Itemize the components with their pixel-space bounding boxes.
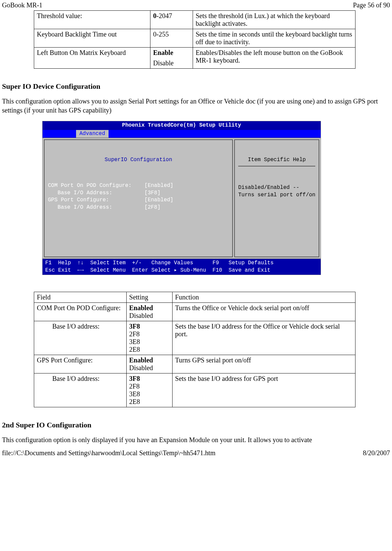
field-cell: Base I/O address:	[50, 373, 126, 407]
setting-bold: 0	[153, 12, 156, 19]
table-row: Base I/O address: 3F8 2F8 3E8 2E8 Sets t…	[34, 373, 355, 407]
setting-bold: Enabled	[129, 356, 170, 364]
setting-bold: 3F8	[129, 375, 170, 383]
function-cell: Sets the time in seconds until the keybo…	[193, 29, 355, 48]
setting-rest: -2047	[156, 12, 172, 19]
indent-cell	[34, 321, 50, 355]
table-row: Threshold value: 0-2047 Sets the thresho…	[34, 11, 355, 29]
function-cell: Turns GPS serial port on/off	[172, 355, 355, 373]
bios-title: Phoenix TrustedCore(tm) Setup Utility	[43, 121, 321, 130]
bios-screenshot: Phoenix TrustedCore(tm) Setup Utility Ad…	[42, 121, 321, 275]
setting-cell: 0-2047	[150, 11, 193, 29]
field-cell: Keyboard Backlight Time out	[34, 29, 150, 48]
setting-rest: Disabled	[129, 364, 170, 372]
bios-left-pane: SuperIO Configuration COM Port On POD Co…	[44, 139, 233, 257]
setting-rest: Disabled	[129, 312, 170, 320]
function-cell: Enables/Disables the left mouse button o…	[193, 48, 355, 69]
function-cell: Sets the base I/O address for the Office…	[172, 321, 355, 355]
table-row: GPS Port Configure: Enabled Disabled Tur…	[34, 355, 355, 373]
indent-cell	[34, 373, 50, 407]
bios-tabbar: Advanced	[43, 130, 321, 138]
bios-right-content: Disabled/Enabled -- Turns serial port of…	[238, 184, 315, 199]
setting-cell: Enabled Disabled	[126, 355, 172, 373]
section-heading-2nd-superio: 2nd Super IO Configuration	[2, 421, 390, 429]
table-row: Keyboard Backlight Time out 0-255 Sets t…	[34, 29, 355, 48]
col-field: Field	[34, 292, 127, 303]
setting-rest: Disable	[153, 59, 190, 67]
col-function: Function	[172, 292, 355, 303]
footer-right: 8/20/2007	[363, 449, 390, 457]
footer-left: file://C:\Documents and Settings\harwood…	[2, 449, 215, 457]
function-cell: Sets the threshold (in Lux.) at which th…	[193, 11, 355, 29]
field-cell: COM Port On POD Configure:	[34, 303, 127, 321]
section-paragraph-superio: This configuration option allows you to …	[2, 97, 390, 115]
setting-cell: 3F8 2F8 3E8 2E8	[126, 373, 172, 407]
bios-footer: F1 Help ↑↓ Select Item +/- Change Values…	[43, 259, 321, 275]
page-header: GoBook MR-1 Page 56 of 90	[0, 0, 392, 10]
section-paragraph-2nd-superio: This configuration option is only displa…	[2, 435, 390, 444]
page-footer: file://C:\Documents and Settings\harwood…	[0, 448, 392, 458]
setting-cell: 0-255	[150, 29, 193, 48]
setting-cell: Enabled Disabled	[126, 303, 172, 321]
settings-table-1: Threshold value: 0-2047 Sets the thresho…	[34, 10, 355, 69]
field-cell: Threshold value:	[34, 11, 150, 29]
setting-cell: 3F8 2F8 3E8 2E8	[126, 321, 172, 355]
setting-bold: Enabled	[129, 304, 170, 312]
bios-right-title: Item Specific Help	[238, 156, 315, 166]
function-cell: Turns the Office or Vehicle dock serial …	[172, 303, 355, 321]
function-cell: Sets the base I/O address for GPS port	[172, 373, 355, 407]
setting-rest: 2F8 3E8 2E8	[129, 383, 170, 406]
table-row: Base I/O address: 3F8 2F8 3E8 2E8 Sets t…	[34, 321, 355, 355]
field-cell: GPS Port Configure:	[34, 355, 127, 373]
table-row: COM Port On POD Configure: Enabled Disab…	[34, 303, 355, 321]
setting-rest: 2F8 3E8 2E8	[129, 330, 170, 353]
bios-tab-advanced: Advanced	[76, 130, 109, 138]
bios-left-title: SuperIO Configuration	[48, 156, 229, 164]
header-left: GoBook MR-1	[2, 1, 43, 9]
settings-table-2: Field Setting Function COM Port On POD C…	[34, 292, 355, 407]
table-header-row: Field Setting Function	[34, 292, 355, 303]
table-row: Left Button On Matrix Keyboard Enable Di…	[34, 48, 355, 69]
col-setting: Setting	[126, 292, 172, 303]
setting-cell: Enable Disable	[150, 48, 193, 69]
bios-right-pane: Item Specific Help Disabled/Enabled -- T…	[234, 139, 319, 257]
field-cell: Base I/O address:	[50, 321, 126, 355]
setting-bold: 3F8	[129, 323, 170, 330]
bios-left-content: COM Port On POD Configure: [Enabled] Bas…	[48, 182, 229, 211]
header-right: Page 56 of 90	[353, 1, 390, 9]
field-cell: Left Button On Matrix Keyboard	[34, 48, 150, 69]
setting-bold: Enable	[153, 49, 190, 57]
section-heading-superio: Super IO Device Configuration	[2, 82, 390, 91]
setting-rest: 0-255	[153, 30, 169, 38]
